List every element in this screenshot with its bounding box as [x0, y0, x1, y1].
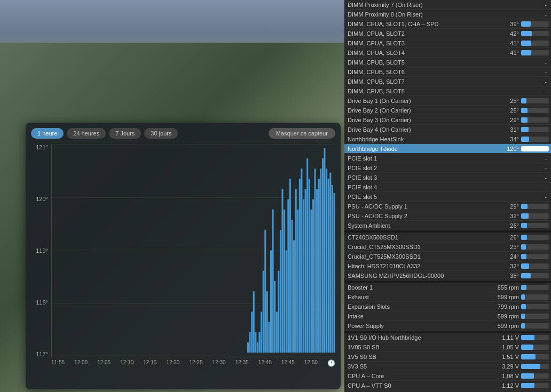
sensor-bar-container	[521, 98, 549, 103]
sensor-name: Northbridge Tdiode	[348, 146, 493, 152]
sensor-row: DIMM, CPUB, SLOT8-	[344, 86, 551, 96]
sensor-bar-container	[521, 323, 549, 329]
svg-rect-13	[272, 210, 274, 353]
time-1h-button[interactable]: 1 heure	[31, 128, 64, 139]
svg-rect-41	[326, 169, 327, 353]
sensor-bar	[521, 273, 531, 278]
sensor-value: 26°	[493, 234, 521, 241]
svg-rect-16	[278, 271, 279, 353]
sensor-name: 1V5 S0 SB	[348, 354, 493, 360]
sensor-bar	[521, 41, 531, 46]
sensor-row: Booster 1855 rpm	[344, 283, 551, 292]
svg-rect-9	[264, 230, 266, 353]
x-axis: 11:55 12:00 12:05 12:10 12:15 12:20 12:2…	[51, 357, 335, 373]
sensor-value: 26°	[493, 222, 521, 229]
sensor-bar	[521, 98, 526, 103]
sensor-row: Drive Bay 4 (On Carrier)31°	[344, 125, 551, 134]
svg-rect-27	[299, 179, 301, 353]
sensor-value: 41°	[493, 50, 521, 56]
sensor-value: 28°	[493, 107, 521, 114]
sensor-row: Exhaust599 rpm	[344, 292, 551, 302]
chart-toolbar: 1 heure 24 heures 7 Jours 30 jours Masqu…	[31, 128, 335, 139]
svg-rect-19	[284, 210, 285, 353]
sensor-name: DIMM, CPUB, SLOT8	[348, 88, 521, 94]
sensor-value: 855 rpm	[493, 284, 521, 291]
sensor-row: Crucial_CT525MX300SSD124°	[344, 252, 551, 261]
sensor-value: 39°	[493, 21, 521, 27]
sensor-bar	[521, 127, 529, 132]
sensor-bar	[521, 383, 534, 388]
svg-rect-11	[268, 322, 270, 353]
svg-rect-12	[270, 251, 272, 353]
clock-icon: 🕐	[327, 359, 335, 367]
time-30d-button[interactable]: 30 jours	[144, 128, 178, 139]
sensor-value: 32°	[493, 263, 521, 269]
x-label-1220: 12:20	[166, 359, 179, 365]
sensor-bar-container	[521, 314, 549, 319]
time-7d-button[interactable]: 7 Jours	[109, 128, 141, 139]
sensor-name: Northbridge HeatSink	[348, 136, 493, 142]
sensor-row: 3V3 S53,29 V	[344, 362, 551, 371]
svg-rect-10	[266, 291, 268, 353]
sensor-name: Drive Bay 3 (On Carrier)	[348, 117, 493, 123]
sensor-value: 599 rpm	[493, 313, 521, 319]
sensor-row: DIMM, CPUA, SLOT341°	[344, 38, 551, 48]
sensor-row: DIMM, CPUB, SLOT7-	[344, 77, 551, 86]
sensor-row: DIMM, CPUA, SLOT441°	[344, 48, 551, 58]
sensor-value: 31°	[493, 126, 521, 133]
sensor-name: PCIE slot 2	[348, 165, 521, 171]
sensor-row: DIMM, CPUB, SLOT5-	[344, 58, 551, 67]
chart-area: 121° 120° 119° 118° 117° 11:55 12:00 12:…	[31, 144, 335, 373]
time-24h-button[interactable]: 24 heures	[67, 128, 106, 139]
sensor-bar	[521, 50, 531, 55]
sensor-value: -	[521, 88, 549, 94]
sensor-name: Booster 1	[348, 284, 493, 291]
sensor-name: DIMM, CPUB, SLOT7	[348, 78, 521, 85]
sensor-row: DIMM Proximity 8 (On Riser)-	[344, 10, 551, 19]
y-label-120: 120°	[36, 196, 48, 202]
sensor-row: CT240BX500SSD126°	[344, 233, 551, 242]
svg-rect-26	[297, 210, 298, 353]
sensor-value: -	[521, 11, 549, 18]
x-label-1250: 12:50	[304, 359, 318, 365]
sensor-name: CPU A – Core	[348, 373, 493, 379]
sensor-name: 3V3 S5	[348, 363, 493, 370]
svg-rect-24	[293, 240, 295, 353]
sensor-bar-container	[521, 263, 549, 269]
sensor-bar-container	[521, 304, 549, 309]
svg-rect-36	[316, 189, 318, 353]
sensor-value: 29°	[493, 117, 521, 123]
sensor-row: 1V05 S0 SB1,05 V	[344, 342, 551, 352]
sensor-name: DIMM, CPUA, SLOT2	[348, 30, 493, 37]
sensor-row: PCIE slot 1-	[344, 154, 551, 163]
x-label-1230: 12:30	[212, 359, 226, 365]
chart-svg	[52, 144, 335, 357]
sensor-bar-container	[521, 21, 549, 27]
svg-rect-0	[247, 342, 249, 353]
x-label-1225: 12:25	[189, 359, 202, 365]
sensor-value: -	[521, 174, 549, 181]
sensor-row: Drive Bay 2 (On Carrier)28°	[344, 106, 551, 115]
sensor-row: Hitachi HDS721010CLA33232°	[344, 261, 551, 271]
sensor-bar-container	[521, 373, 549, 379]
svg-rect-20	[286, 251, 287, 353]
svg-rect-31	[306, 158, 308, 353]
sensor-value: 599 rpm	[493, 294, 521, 300]
sensor-value: 42°	[493, 30, 521, 37]
sensor-row: Intake599 rpm	[344, 311, 551, 321]
sensor-value: 1,05 V	[493, 344, 521, 350]
hide-sensor-button[interactable]: Masquer ce capteur	[269, 128, 335, 139]
sensor-bar	[521, 223, 527, 228]
sensor-row: Power Supply599 rpm	[344, 321, 551, 331]
x-label-1245: 12:45	[281, 359, 295, 365]
sensor-row: DIMM, CPUA, SLOT242°	[344, 29, 551, 38]
svg-rect-2	[251, 312, 253, 353]
sensor-value: 1,12 V	[493, 382, 521, 389]
sensor-value: 38°	[493, 273, 521, 279]
sensor-bar	[521, 31, 532, 36]
chart-overlay: 1 heure 24 heures 7 Jours 30 jours Masqu…	[26, 123, 341, 389]
sensor-name: 1V1 S0 I/O Hub Northbridge	[348, 334, 493, 341]
sensor-name: SAMSUNG MZHPV256HDGL-00000	[348, 273, 493, 279]
sensor-bar	[521, 117, 528, 123]
sensor-value: 1,11 V	[493, 334, 521, 341]
